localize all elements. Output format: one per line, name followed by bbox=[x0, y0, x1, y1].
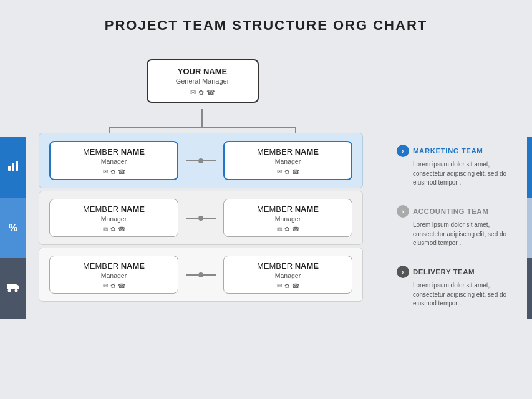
chevron-delivery: › bbox=[397, 266, 409, 278]
top-node-icons: ✉ ✿ ☎ bbox=[157, 89, 249, 97]
member-role-2-left: Manager bbox=[57, 215, 170, 223]
delivery-icon bbox=[6, 281, 20, 296]
svg-rect-14 bbox=[16, 161, 18, 171]
accounting-text: Lorem ipsum dolor sit amet, consectetur … bbox=[413, 221, 517, 248]
member-role-1-left: Manager bbox=[58, 158, 170, 165]
member-node-2-right: MEMBER NAME Manager ✉✿☎ bbox=[223, 199, 352, 237]
chevron-accounting: › bbox=[397, 205, 409, 218]
member-node-3-left: MEMBER NAME Manager ✉✿☎ bbox=[49, 256, 178, 294]
marketing-title: MARKETING TEAM bbox=[413, 147, 483, 155]
sidebar: % bbox=[0, 137, 26, 319]
top-node-role: General Manager bbox=[157, 77, 249, 85]
member-node-1-right: MEMBER NAME Manager ✉✿☎ bbox=[223, 141, 352, 180]
svg-rect-15 bbox=[7, 284, 15, 289]
member-role-3-right: Manager bbox=[231, 272, 344, 279]
sidebar-item-2[interactable]: % bbox=[0, 198, 26, 258]
svg-rect-12 bbox=[8, 166, 11, 171]
marketing-text: Lorem ipsum dolor sit amet, consectetur … bbox=[413, 160, 517, 188]
row-3: MEMBER NAME Manager ✉✿☎ MEMBER NAME Mana… bbox=[26, 248, 379, 302]
member-node-2-left: MEMBER NAME Manager ✉✿☎ bbox=[49, 199, 178, 237]
top-node: YOUR NAME General Manager ✉ ✿ ☎ bbox=[147, 59, 259, 103]
row-2: MEMBER NAME Manager ✉✿☎ MEMBER NAME Mana… bbox=[26, 191, 379, 245]
chevron-marketing: › bbox=[397, 145, 409, 157]
svg-point-18 bbox=[15, 289, 18, 292]
member-role-2-right: Manager bbox=[231, 215, 344, 223]
accounting-title: ACCOUNTING TEAM bbox=[413, 208, 488, 215]
sidebar-item-3[interactable] bbox=[0, 258, 26, 319]
connector-spacer-top bbox=[26, 103, 379, 133]
svg-marker-16 bbox=[15, 284, 19, 289]
delivery-title: DELIVERY TEAM bbox=[413, 268, 475, 276]
member-role-1-right: Manager bbox=[232, 158, 344, 165]
right-bar-blue bbox=[527, 137, 532, 198]
svg-point-17 bbox=[8, 289, 11, 292]
right-bar-dark bbox=[527, 258, 532, 319]
row-1: MEMBER NAME Manager ✉✿☎ MEMBER NAME Mana… bbox=[26, 133, 379, 188]
info-panel-marketing: › MARKETING TEAM Lorem ipsum dolor sit a… bbox=[389, 137, 523, 198]
sidebar-item-1[interactable] bbox=[0, 137, 26, 198]
right-sidebar bbox=[527, 137, 532, 319]
info-panel-delivery: › DELIVERY TEAM Lorem ipsum dolor sit am… bbox=[389, 258, 523, 319]
member-role-3-left: Manager bbox=[57, 272, 170, 279]
top-section: YOUR NAME General Manager ✉ ✿ ☎ bbox=[26, 59, 379, 103]
chart-container: YOUR NAME General Manager ✉ ✿ ☎ MEMBER N… bbox=[26, 59, 379, 304]
delivery-text: Lorem ipsum dolor sit amet, consectetur … bbox=[413, 281, 517, 309]
member-node-3-right: MEMBER NAME Manager ✉✿☎ bbox=[223, 256, 352, 294]
svg-rect-13 bbox=[12, 163, 14, 171]
info-panels: › MARKETING TEAM Lorem ipsum dolor sit a… bbox=[389, 137, 523, 319]
top-node-name: YOUR NAME bbox=[157, 67, 249, 76]
chart-icon bbox=[7, 160, 19, 175]
page-title: PROJECT TEAM STRUCTURE ORG CHART bbox=[0, 0, 532, 45]
member-node-1-left: MEMBER NAME Manager ✉✿☎ bbox=[49, 141, 178, 180]
percent-icon: % bbox=[9, 223, 17, 234]
info-panel-accounting: › ACCOUNTING TEAM Lorem ipsum dolor sit … bbox=[389, 198, 523, 258]
right-bar-light bbox=[527, 198, 532, 258]
